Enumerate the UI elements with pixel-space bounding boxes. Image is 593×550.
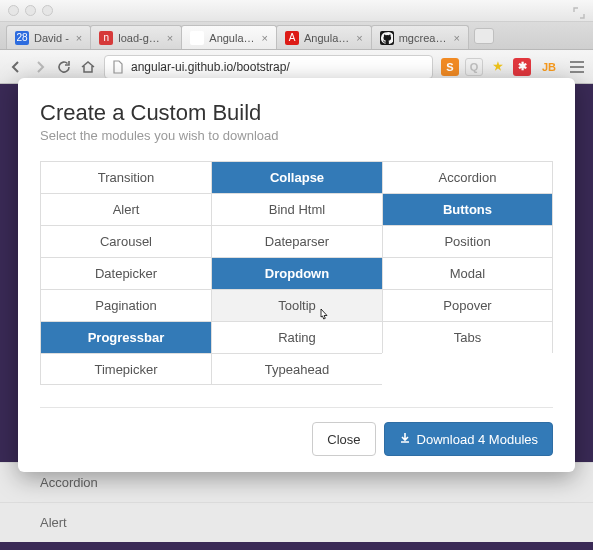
- tab-close-icon[interactable]: ×: [76, 32, 82, 44]
- tab-favicon-icon: [380, 31, 394, 45]
- tab-label: Angula…: [209, 32, 254, 44]
- url-bar[interactable]: angular-ui.github.io/bootstrap/: [104, 55, 433, 79]
- page-background: Accordion Alert Create a Custom Build Se…: [0, 84, 593, 550]
- module-toggle[interactable]: Modal: [382, 257, 553, 289]
- module-toggle[interactable]: Bind Html: [211, 193, 382, 225]
- window-titlebar: [0, 0, 593, 22]
- browser-tab[interactable]: mgcrea…×: [371, 25, 469, 49]
- tab-favicon-icon: n: [99, 31, 113, 45]
- browser-tab[interactable]: nload-g…×: [90, 25, 182, 49]
- background-list-item[interactable]: Alert: [0, 502, 593, 542]
- browser-tab[interactable]: Angula…×: [181, 25, 277, 49]
- reload-button[interactable]: [56, 59, 72, 75]
- module-toggle[interactable]: Popover: [382, 289, 553, 321]
- module-toggle[interactable]: Progressbar: [40, 321, 211, 353]
- tab-favicon-icon: A: [285, 31, 299, 45]
- module-toggle[interactable]: Transition: [40, 161, 211, 193]
- module-toggle[interactable]: Dateparser: [211, 225, 382, 257]
- grid-spacer: [382, 353, 553, 385]
- modal-title: Create a Custom Build: [40, 100, 553, 126]
- module-toggle[interactable]: Tooltip: [211, 289, 382, 321]
- forward-button[interactable]: [32, 59, 48, 75]
- module-toggle[interactable]: Tabs: [382, 321, 553, 353]
- close-button[interactable]: Close: [312, 422, 375, 456]
- download-icon: [399, 432, 411, 447]
- extension-icon[interactable]: JB: [537, 58, 561, 76]
- tab-close-icon[interactable]: ×: [453, 32, 459, 44]
- tab-label: Angula…: [304, 32, 349, 44]
- window-zoom-button[interactable]: [42, 5, 53, 16]
- module-toggle[interactable]: Accordion: [382, 161, 553, 193]
- tab-label: load-g…: [118, 32, 160, 44]
- extension-icon[interactable]: S: [441, 58, 459, 76]
- module-toggle[interactable]: Collapse: [211, 161, 382, 193]
- module-toggle[interactable]: Datepicker: [40, 257, 211, 289]
- module-toggle[interactable]: Rating: [211, 321, 382, 353]
- url-text: angular-ui.github.io/bootstrap/: [131, 60, 290, 74]
- module-toggle[interactable]: Timepicker: [40, 353, 211, 385]
- tab-favicon-icon: [190, 31, 204, 45]
- extension-icon[interactable]: ★: [489, 58, 507, 76]
- download-button[interactable]: Download 4 Modules: [384, 422, 553, 456]
- window-expand-icon[interactable]: [573, 5, 585, 17]
- tab-strip: 28David -×nload-g…×Angula…×AAngula…×mgcr…: [0, 22, 593, 50]
- tab-close-icon[interactable]: ×: [262, 32, 268, 44]
- modal-subtitle: Select the modules you wish to download: [40, 128, 553, 143]
- browser-tab[interactable]: AAngula…×: [276, 25, 372, 49]
- tab-label: mgcrea…: [399, 32, 447, 44]
- module-grid: TransitionCollapseAccordionAlertBind Htm…: [40, 161, 553, 385]
- menu-button[interactable]: [569, 60, 585, 74]
- home-button[interactable]: [80, 59, 96, 75]
- module-toggle[interactable]: Position: [382, 225, 553, 257]
- module-toggle[interactable]: Pagination: [40, 289, 211, 321]
- tab-label: David -: [34, 32, 69, 44]
- extension-icon[interactable]: ✱: [513, 58, 531, 76]
- module-toggle[interactable]: Typeahead: [211, 353, 382, 385]
- window-close-button[interactable]: [8, 5, 19, 16]
- back-button[interactable]: [8, 59, 24, 75]
- extension-icon[interactable]: Q: [465, 58, 483, 76]
- page-icon: [111, 60, 125, 74]
- tab-close-icon[interactable]: ×: [167, 32, 173, 44]
- module-toggle[interactable]: Dropdown: [211, 257, 382, 289]
- module-toggle[interactable]: Buttons: [382, 193, 553, 225]
- tab-close-icon[interactable]: ×: [356, 32, 362, 44]
- browser-tab[interactable]: 28David -×: [6, 25, 91, 49]
- modal-footer: Close Download 4 Modules: [40, 407, 553, 456]
- new-tab-button[interactable]: [474, 28, 494, 44]
- tab-favicon-icon: 28: [15, 31, 29, 45]
- module-toggle[interactable]: Alert: [40, 193, 211, 225]
- custom-build-modal: Create a Custom Build Select the modules…: [18, 78, 575, 472]
- module-toggle[interactable]: Carousel: [40, 225, 211, 257]
- window-minimize-button[interactable]: [25, 5, 36, 16]
- extensions-area: SQ★✱JB: [441, 58, 561, 76]
